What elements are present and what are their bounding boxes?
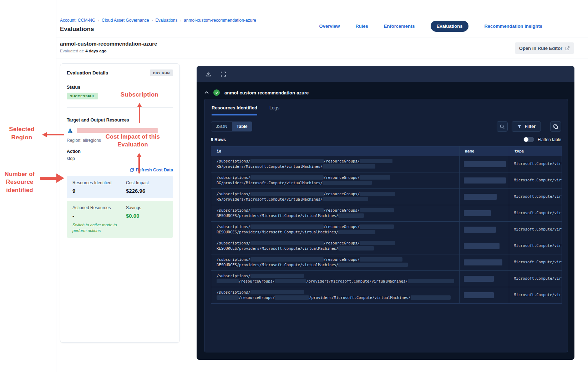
table-row[interactable]: /subscriptions//resourceGroups//provider… xyxy=(211,270,562,287)
redacted-value xyxy=(250,274,304,278)
page: Account: CCM-NG › Cloud Asset Governance… xyxy=(0,0,588,372)
redacted-value xyxy=(464,243,500,249)
column-header-type: type xyxy=(509,146,562,156)
cost-impact-value: $226.96 xyxy=(126,188,167,194)
breadcrumb-cloud-asset-governance[interactable]: Cloud Asset Governance xyxy=(102,18,149,23)
nav-enforcements[interactable]: Enforcements xyxy=(384,24,415,29)
card-divider xyxy=(67,107,173,108)
table-row[interactable]: /subscriptions//resourceGroups/RESOURCES… xyxy=(211,221,562,238)
redacted-value xyxy=(464,276,494,282)
table-row[interactable]: /subscriptions//resourceGroups/RG/provid… xyxy=(211,156,562,172)
fullscreen-icon xyxy=(220,71,226,77)
status-badge: SUCCESSFUL xyxy=(67,93,98,99)
redacted-value xyxy=(360,159,392,163)
open-rule-editor-button[interactable]: Open in Rule Editor xyxy=(515,42,574,54)
cell-id: /subscriptions//resourceGroups//provider… xyxy=(211,287,459,303)
cell-name xyxy=(459,156,509,172)
azure-icon xyxy=(67,127,74,134)
table-row[interactable]: /subscriptions//resourceGroups/RG/provid… xyxy=(211,172,562,188)
success-check-icon xyxy=(213,89,220,96)
nav-recommendation-insights[interactable]: Recommendation Insights xyxy=(484,24,542,29)
subheader-divider xyxy=(56,58,588,58)
results-table: idnametype /subscriptions//resourceGroup… xyxy=(211,146,562,304)
tab-logs[interactable]: Logs xyxy=(269,105,279,115)
cell-name xyxy=(459,238,509,254)
evaluated-at-value: 4 days ago xyxy=(85,49,106,53)
table-row[interactable]: /subscriptions//resourceGroups//provider… xyxy=(211,287,562,303)
table-row[interactable]: /subscriptions//resourceGroups/RG/provid… xyxy=(211,188,562,205)
cell-type: Microsoft.Compute/virtu xyxy=(509,271,562,287)
fullscreen-button[interactable] xyxy=(220,71,226,77)
view-toggle-table[interactable]: Table xyxy=(232,122,252,131)
flatten-table-label: Flatten table xyxy=(538,137,561,142)
cell-type: Microsoft.Compute/virtu xyxy=(509,156,562,172)
refresh-cost-data-link[interactable]: Refresh Cost Data xyxy=(130,167,173,172)
redacted-value xyxy=(250,192,324,196)
cost-impact-arrow-shaft xyxy=(138,157,140,174)
redacted-value xyxy=(250,159,324,163)
redacted-value xyxy=(338,213,364,218)
view-toggle-json[interactable]: JSON xyxy=(211,122,232,131)
annotation-resource-count: Number of Resource identified xyxy=(0,170,39,194)
evaluation-output-panel: anmol-custom-recommendation-azure Resour… xyxy=(197,66,574,360)
redacted-value xyxy=(338,230,375,234)
copy-button[interactable] xyxy=(550,121,561,132)
collapse-button[interactable] xyxy=(204,91,209,94)
table-row[interactable]: /subscriptions//resourceGroups/RESOURCES… xyxy=(211,254,562,270)
tab-resources-identified[interactable]: Resources Identified xyxy=(212,105,257,115)
breadcrumb-account[interactable]: Account: CCM-NG xyxy=(60,18,95,23)
redacted-value xyxy=(464,161,506,167)
action-label: Action xyxy=(67,149,173,154)
download-button[interactable] xyxy=(205,71,211,77)
filter-button[interactable]: Filter xyxy=(512,121,541,132)
redacted-value xyxy=(338,263,408,267)
cell-type: Microsoft.Compute/virtu xyxy=(509,189,562,205)
redacted-value xyxy=(408,279,454,283)
search-button[interactable] xyxy=(497,121,508,132)
breadcrumb-separator: › xyxy=(152,18,153,22)
cell-id: /subscriptions//resourceGroups/RESOURCES… xyxy=(211,222,459,238)
cell-name xyxy=(459,271,509,287)
redacted-value xyxy=(250,208,324,212)
nav-overview[interactable]: Overview xyxy=(319,24,340,29)
redacted-value xyxy=(217,295,239,300)
nav-rules[interactable]: Rules xyxy=(355,24,368,29)
search-icon xyxy=(500,124,505,129)
cell-type: Microsoft.Compute/virtu xyxy=(509,222,562,238)
cell-id: /subscriptions//resourceGroups//provider… xyxy=(211,271,459,287)
table-row[interactable]: /subscriptions//resourceGroups/RESOURCES… xyxy=(211,238,562,254)
redacted-value xyxy=(250,241,324,245)
table-row[interactable]: /subscriptions//resourceGroups/RESOURCES… xyxy=(211,205,562,221)
target-resources-label: Target and Output Resources xyxy=(67,118,173,123)
results-card: Resources Identified Logs JSON Table Fil… xyxy=(204,99,568,352)
redacted-value xyxy=(464,210,491,216)
cell-name xyxy=(459,222,509,238)
cell-id: /subscriptions//resourceGroups/RESOURCES… xyxy=(211,238,459,254)
cell-id: /subscriptions//resourceGroups/RESOURCES… xyxy=(211,254,459,270)
breadcrumb-evaluations[interactable]: Evaluations xyxy=(155,18,177,23)
annotation-subscription: Subscription xyxy=(112,91,167,99)
actioned-resources-value: - xyxy=(72,213,126,219)
identified-stats-box: Resources Identified 9 Cost Impact $226.… xyxy=(67,176,173,198)
savings-value: $0.00 xyxy=(126,213,167,219)
flatten-table-toggle[interactable] xyxy=(523,137,534,142)
redacted-value xyxy=(250,290,304,294)
dry-run-badge: DRY RUN xyxy=(150,69,173,76)
column-header-name: name xyxy=(459,146,509,156)
redacted-value xyxy=(323,181,372,185)
cell-name xyxy=(459,189,509,205)
sidebar-divider xyxy=(56,0,56,372)
actioned-resources-label: Actioned Resources xyxy=(72,205,126,210)
chevron-up-icon xyxy=(204,91,209,94)
redacted-value xyxy=(275,279,306,283)
breadcrumb-current[interactable]: anmol-custom-recommendation-azure xyxy=(184,18,256,23)
nav-evaluations[interactable]: Evaluations xyxy=(431,21,469,32)
open-rule-editor-label: Open in Rule Editor xyxy=(519,46,562,51)
cell-id: /subscriptions//resourceGroups/RG/provid… xyxy=(211,172,459,188)
cell-id: /subscriptions//resourceGroups/RG/provid… xyxy=(211,156,459,172)
redacted-value xyxy=(464,227,496,233)
redacted-value xyxy=(464,259,502,265)
card-title: Evaluation Details xyxy=(67,70,108,76)
redacted-value xyxy=(464,292,494,298)
cell-id: /subscriptions//resourceGroups/RG/provid… xyxy=(211,189,459,205)
